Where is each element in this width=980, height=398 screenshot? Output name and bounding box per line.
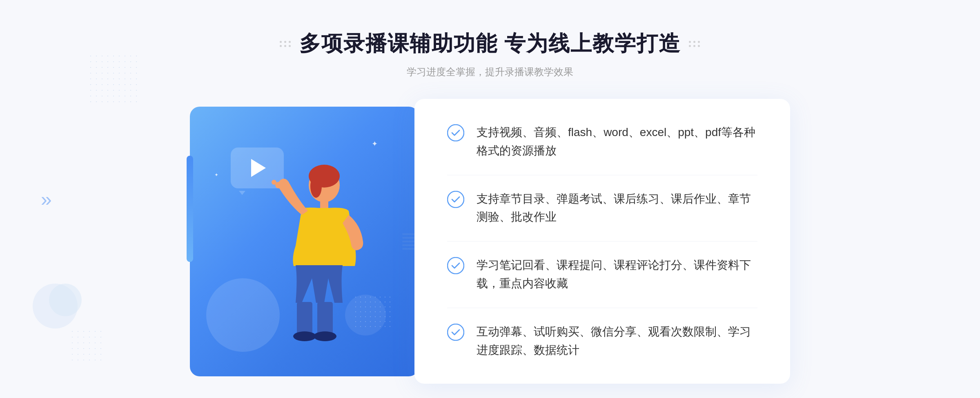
svg-point-7 xyxy=(314,331,336,341)
page-header: 多项录播课辅助功能 专为线上教学打造 学习进度全掌握，提升录播课教学效果 xyxy=(280,0,700,78)
illustration-card: ✦ ✦ xyxy=(190,107,419,376)
svg-point-2 xyxy=(310,175,322,198)
feature-text-4: 互动弹幕、试听购买、微信分享、观看次数限制、学习进度跟踪、数据统计 xyxy=(477,323,757,360)
dot-pattern-bottom-left xyxy=(69,329,106,365)
title-row: 多项录播课辅助功能 专为线上教学打造 xyxy=(280,29,700,58)
svg-point-13 xyxy=(448,324,464,340)
svg-point-6 xyxy=(293,331,316,341)
dot-pattern-top-left xyxy=(88,53,137,102)
feature-item-4: 互动弹幕、试听购买、微信分享、观看次数限制、学习进度跟踪、数据统计 xyxy=(447,308,757,360)
check-icon-4 xyxy=(447,324,464,341)
star-decoration-1: ✦ xyxy=(372,139,378,148)
svg-point-12 xyxy=(448,257,464,274)
feature-text-1: 支持视频、音频、flash、word、excel、ppt、pdf等各种格式的资源… xyxy=(477,123,757,160)
star-decoration-2: ✦ xyxy=(214,172,218,178)
svg-rect-4 xyxy=(297,302,312,335)
feature-text-3: 学习笔记回看、课程提问、课程评论打分、课件资料下载，重点内容收藏 xyxy=(477,256,757,293)
subtitle: 学习进度全掌握，提升录播课教学效果 xyxy=(280,65,700,78)
check-icon-2 xyxy=(447,191,464,208)
features-card: 支持视频、音频、flash、word、excel、ppt、pdf等各种格式的资源… xyxy=(414,99,790,384)
svg-point-9 xyxy=(272,180,276,185)
check-icon-3 xyxy=(447,257,464,274)
check-icon-1 xyxy=(447,124,464,141)
svg-rect-5 xyxy=(317,302,333,335)
left-chevron-decoration: » xyxy=(41,188,52,210)
page-wrapper: » 多项录播课辅助功能 专为线上教学打造 学习进度全掌握， xyxy=(0,0,980,398)
svg-point-10 xyxy=(448,125,464,141)
main-title: 多项录播课辅助功能 专为线上教学打造 xyxy=(299,29,681,58)
accent-bar xyxy=(187,156,193,262)
person-illustration xyxy=(249,164,388,376)
title-dots-left xyxy=(280,41,291,47)
feature-text-2: 支持章节目录、弹题考试、课后练习、课后作业、章节测验、批改作业 xyxy=(477,190,757,227)
feature-item-3: 学习笔记回看、课程提问、课程评论打分、课件资料下载，重点内容收藏 xyxy=(447,241,757,308)
title-dots-right xyxy=(689,41,700,47)
content-area: ✦ ✦ xyxy=(190,99,790,384)
decorative-circle-small xyxy=(49,284,82,316)
svg-point-11 xyxy=(448,191,464,208)
illustration-inner: ✦ ✦ xyxy=(190,107,419,376)
feature-item-2: 支持章节目录、弹题考试、课后练习、课后作业、章节测验、批改作业 xyxy=(447,175,757,242)
feature-item-1: 支持视频、音频、flash、word、excel、ppt、pdf等各种格式的资源… xyxy=(447,123,757,175)
